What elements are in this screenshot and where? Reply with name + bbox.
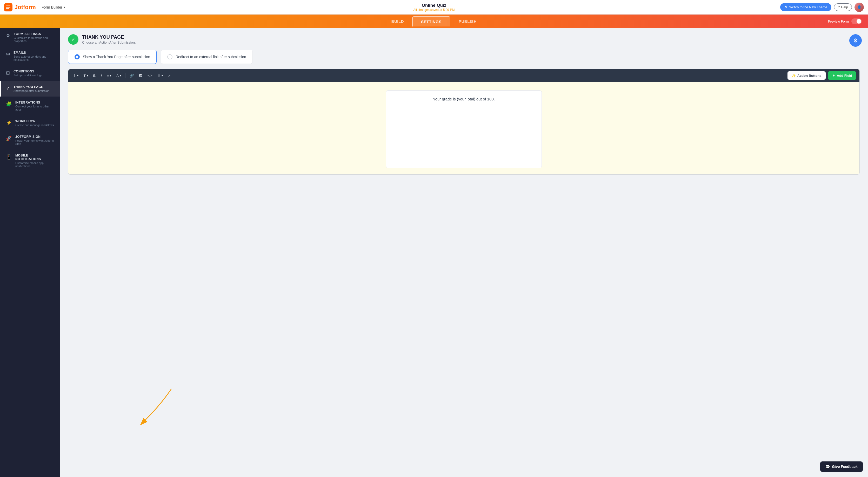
add-field-btn[interactable]: ＋ Add Field (828, 71, 856, 80)
toolbar-image-btn[interactable]: 🖼 (137, 72, 145, 79)
toolbar-bold-btn[interactable]: B (91, 72, 98, 79)
toolbar-italic-btn[interactable]: I (99, 72, 104, 79)
help-button[interactable]: ? Help (834, 3, 852, 11)
radio-circle-selected (74, 54, 80, 60)
radio-label: Show a Thank You Page after submission (83, 55, 150, 59)
toolbar-align-btn[interactable]: ≡ ▾ (105, 72, 114, 79)
chevron-icon: ▾ (87, 74, 88, 77)
mobile-icon: 📱 (6, 154, 12, 160)
help-icon: ? (838, 5, 840, 9)
sidebar-item-desc: Create and manage workflows (15, 124, 54, 127)
toolbar-expand-btn[interactable]: ⤢ (166, 72, 173, 79)
sidebar-item-title: FORM SETTINGS (14, 32, 55, 36)
toggle-thumb (857, 19, 861, 24)
editor-container: T ▾ T ▾ B I ≡ ▾ A ▾ 🔗 🖼 (68, 69, 860, 175)
form-title: Online Quiz (413, 3, 455, 8)
add-field-label: Add Field (837, 74, 852, 78)
help-label: Help (841, 5, 848, 9)
chevron-icon: ▾ (161, 74, 163, 77)
gear-icon: ⚙ (6, 33, 10, 38)
settings-gear-button[interactable]: ⚙ (849, 34, 862, 47)
editor-toolbar: T ▾ T ▾ B I ≡ ▾ A ▾ 🔗 🖼 (68, 69, 860, 82)
radio-options: Show a Thank You Page after submission R… (68, 50, 860, 64)
action-buttons-btn[interactable]: ✨ Action Buttons (787, 71, 826, 80)
give-feedback-button[interactable]: 💬 Give Feedback (820, 462, 863, 472)
editor-text: Your grade is {yourTotal} out of 100. (397, 97, 531, 101)
puzzle-icon: 🧩 (6, 101, 12, 107)
toolbar-text-btn[interactable]: T ▾ (71, 72, 81, 79)
sidebar-item-title: MOBILE NOTIFICATIONS (15, 154, 55, 161)
sidebar-item-desc: Connect your form to other apps (15, 105, 55, 111)
top-nav: Jotform Form Builder ▾ Online Quiz All c… (0, 0, 868, 14)
sidebar-item-desc: Send autoresponders and notifications (13, 55, 55, 61)
chevron-icon: ▾ (110, 74, 111, 77)
editor-content-area: Your grade is {yourTotal} out of 100. (68, 82, 860, 174)
tab-bar: BUILD SETTINGS PUBLISH Preview Form (0, 14, 868, 28)
switch-icon: ↻ (784, 5, 787, 9)
sidebar-item-conditions[interactable]: ⊞ CONDITIONS Set up conditional logic (0, 65, 60, 81)
sidebar-item-title: THANK YOU PAGE (13, 85, 49, 89)
sidebar-item-emails[interactable]: ✉ EMAILS Send autoresponders and notific… (0, 47, 60, 65)
sidebar-item-title: INTEGRATIONS (15, 101, 55, 104)
editor-inner[interactable]: Your grade is {yourTotal} out of 100. (386, 90, 542, 168)
section-subtitle: Choose an Action After Submission: (82, 40, 136, 44)
toolbar-text-size-btn[interactable]: T ▾ (82, 72, 90, 79)
sidebar-item-jotform-sign[interactable]: 🚀 JOTFORM SIGN Power your forms with Jot… (0, 131, 60, 149)
preview-toggle[interactable] (851, 19, 862, 24)
plus-icon: ＋ (832, 73, 835, 78)
radio-show-thank-you[interactable]: Show a Thank You Page after submission (68, 50, 157, 64)
sidebar-item-title: WORKFLOW (15, 120, 54, 123)
rocket-icon: 🚀 (6, 135, 12, 141)
tab-settings[interactable]: SETTINGS (412, 16, 451, 27)
preview-label: Preview Form (828, 20, 849, 23)
sidebar-item-title: CONDITIONS (13, 70, 43, 73)
sidebar-item-mobile-notifications[interactable]: 📱 MOBILE NOTIFICATIONS Customize mobile … (0, 149, 60, 172)
tab-publish[interactable]: PUBLISH (451, 16, 485, 26)
workflow-icon: ⚡ (6, 120, 12, 126)
toolbar-table-btn[interactable]: ⊞ ▾ (156, 72, 165, 79)
conditions-icon: ⊞ (6, 70, 10, 76)
sidebar-item-title: EMAILS (13, 51, 55, 55)
avatar-image: 👤 (855, 3, 864, 12)
section-checkmark-icon: ✓ (68, 34, 79, 45)
sidebar-item-desc: Power your forms with Jotform Sign (15, 139, 55, 145)
chevron-down-icon: ▾ (64, 6, 65, 8)
nav-right: ↻ Switch to the New Theme ? Help 👤 (780, 3, 864, 12)
nav-left: Jotform Form Builder ▾ (4, 3, 68, 11)
give-feedback-label: Give Feedback (832, 465, 858, 469)
form-builder-label: Form Builder (41, 5, 62, 9)
user-avatar[interactable]: 👤 (855, 3, 864, 12)
sidebar: ⚙ FORM SETTINGS Customize form status an… (0, 28, 60, 477)
logo: Jotform (4, 3, 36, 11)
tab-bar-right: Preview Form (828, 19, 862, 24)
sidebar-item-integrations[interactable]: 🧩 INTEGRATIONS Connect your form to othe… (0, 97, 60, 115)
radio-label: Redirect to an external link after submi… (176, 55, 246, 59)
sidebar-item-workflow[interactable]: ⚡ WORKFLOW Create and manage workflows (0, 115, 60, 131)
tab-build[interactable]: BUILD (383, 16, 412, 26)
chevron-icon: ▾ (120, 74, 121, 77)
chevron-icon: ▾ (77, 74, 79, 77)
radio-redirect[interactable]: Redirect to an external link after submi… (161, 50, 253, 64)
toolbar-code-btn[interactable]: </> (146, 72, 155, 79)
form-builder-button[interactable]: Form Builder ▾ (39, 4, 68, 11)
nav-center: Online Quiz All changes saved at 5:09 PM (413, 3, 455, 12)
sidebar-item-desc: Customize mobile app notifications (15, 162, 55, 168)
autosave-status: All changes saved at 5:09 PM (413, 8, 455, 12)
section-title: THANK YOU PAGE (82, 35, 136, 40)
checkmark-icon: ✓ (6, 86, 10, 91)
main-layout: ⚙ FORM SETTINGS Customize form status an… (0, 28, 868, 477)
sidebar-item-title: JOTFORM SIGN (15, 135, 55, 139)
feedback-icon: 💬 (826, 465, 830, 469)
sidebar-item-form-settings[interactable]: ⚙ FORM SETTINGS Customize form status an… (0, 28, 60, 47)
logo-text: Jotform (14, 4, 36, 11)
email-icon: ✉ (6, 52, 10, 57)
section-header: ✓ THANK YOU PAGE Choose an Action After … (68, 34, 860, 45)
sidebar-item-thank-you-page[interactable]: ✓ THANK YOU PAGE Show page after submiss… (0, 81, 60, 97)
switch-theme-button[interactable]: ↻ Switch to the New Theme (780, 3, 831, 11)
magic-icon: ✨ (792, 74, 796, 78)
content-area: ⚙ ✓ THANK YOU PAGE Choose an Action Afte… (60, 28, 868, 477)
toolbar-color-btn[interactable]: A ▾ (114, 72, 123, 79)
sidebar-item-desc: Set up conditional logic (13, 74, 43, 77)
radio-circle (167, 54, 173, 60)
toolbar-link-btn[interactable]: 🔗 (127, 72, 136, 79)
